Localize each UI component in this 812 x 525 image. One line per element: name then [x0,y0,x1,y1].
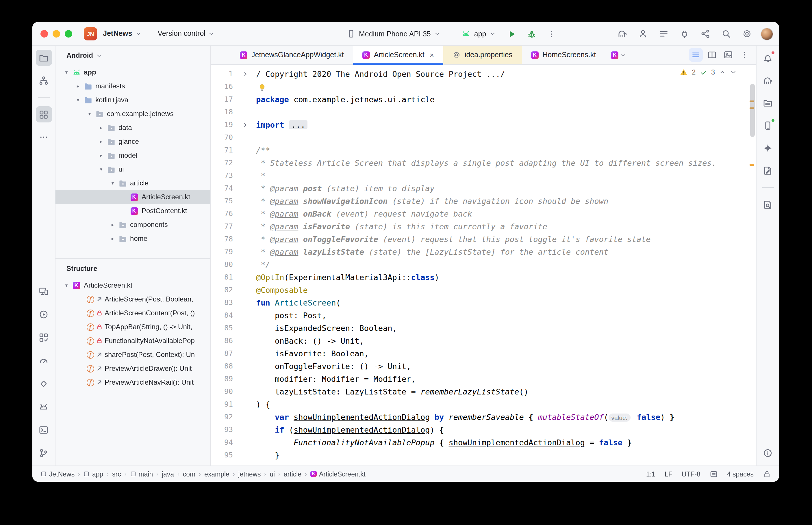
design-view-icon[interactable] [721,48,735,62]
chevron-down-icon[interactable]: ▾ [107,180,118,186]
indent-widget[interactable]: 4 spaces [727,470,754,477]
logcat-icon[interactable] [35,399,52,415]
tree-item-article[interactable]: ▾article [56,176,210,190]
minimize-window-button[interactable] [53,30,60,37]
hidden-tabs-dropdown[interactable]: K [605,46,632,64]
tree-item-postcontent-kt[interactable]: KPostContent.kt [56,204,210,218]
tree-item-model[interactable]: ▸model [56,148,210,162]
running-devices-icon[interactable] [760,117,776,133]
gemini-star-icon[interactable] [760,140,776,156]
close-window-button[interactable] [41,30,48,37]
tree-item-data[interactable]: ▸data [56,121,210,135]
plugins-icon[interactable] [677,27,691,41]
hierarchy-icon[interactable] [35,72,52,88]
tree-item-previewarticlenavrail-unit[interactable]: fPreviewArticleNavRail(): Unit [56,375,210,389]
tree-item-com-example-jetnews[interactable]: ▾com.example.jetnews [56,107,210,121]
device-selector[interactable]: Medium Phone API 35 [343,27,444,41]
tree-item-sharepost-post-context-un[interactable]: fsharePost(Post, Context): Un [56,348,210,362]
editor-scrollbar[interactable] [750,84,755,137]
breadcrumb-item[interactable]: main [130,470,153,477]
encoding-widget[interactable]: UTF-8 [682,470,700,477]
search-icon[interactable] [719,27,733,41]
tree-item-home[interactable]: ▸home [56,231,210,245]
editor[interactable]: 1161718197071727374757677787980818283848… [211,65,756,466]
error-stripe[interactable] [748,65,756,466]
lock-open-icon[interactable] [763,470,771,478]
zoom-window-button[interactable] [65,30,72,37]
tab-jetnewsglanceappwidget-kt[interactable]: KJetnewsGlanceAppWidget.kt [231,46,353,64]
tab-articlescreen-kt[interactable]: KArticleScreen.kt× [353,46,443,64]
breadcrumb-item[interactable]: KArticleScreen.kt [310,470,366,477]
chevron-right-icon[interactable]: ▸ [96,152,106,158]
tree-item-manifests[interactable]: ▸manifests [56,79,210,93]
inspections-widget[interactable]: 2 3 [676,67,741,77]
run-configuration-selector[interactable]: app [458,27,500,41]
project-panel-header[interactable]: Android [56,46,210,65]
insights-diamond-icon[interactable] [35,375,52,392]
breadcrumb-item[interactable]: src [112,470,121,477]
layout-check-icon[interactable] [35,329,52,345]
debug-button[interactable] [525,27,539,41]
task-list-icon[interactable] [656,27,670,41]
breadcrumb-item[interactable]: example [204,470,230,477]
breadcrumb-item[interactable]: com [183,470,195,477]
project-folder-icon[interactable] [35,50,52,66]
breadcrumb-item[interactable]: app [84,470,103,477]
tree-item-glance[interactable]: ▸glance [56,135,210,148]
user-avatar[interactable] [761,27,773,40]
more-vertical-icon[interactable] [737,48,751,62]
code-with-me-icon[interactable] [636,27,650,41]
next-issue-icon[interactable] [730,69,737,76]
version-control-icon[interactable] [35,445,52,461]
run-circle-icon[interactable] [35,306,52,322]
device-explorer-icon[interactable] [760,95,776,111]
gradle-icon[interactable] [760,72,776,88]
tree-item-components[interactable]: ▸components [56,218,210,231]
chevron-down-icon[interactable]: ▾ [61,282,72,288]
status-widget-icon[interactable] [710,470,718,478]
edit-document-icon[interactable] [760,162,776,178]
fold-marker-icon[interactable] [241,120,249,129]
chevron-right-icon[interactable]: ▸ [73,83,83,89]
gradle-sync-icon[interactable] [615,27,629,41]
more-run-actions-button[interactable] [545,27,559,41]
profiler-icon[interactable] [35,352,52,369]
notifications-bell-icon[interactable] [760,50,776,66]
chevron-down-icon[interactable]: ▾ [73,97,83,103]
previous-issue-icon[interactable] [719,69,726,76]
tree-item-articlescreen-post-boolean-[interactable]: fArticleScreen(Post, Boolean, [56,292,210,306]
split-view-icon[interactable] [705,48,719,62]
tree-item-topappbar-string-unit-[interactable]: fTopAppBar(String, () -> Unit, [56,320,210,334]
breadcrumb-item[interactable]: ui [270,470,275,477]
project-widget[interactable]: JetNews [103,29,141,38]
chevron-right-icon[interactable]: ▸ [107,222,118,228]
fold-marker-icon[interactable] [241,69,249,78]
breadcrumb-item[interactable]: article [284,470,301,477]
version-control-widget[interactable]: Version control [158,29,215,38]
tree-item-articlescreen-kt[interactable]: ▾KArticleScreen.kt [56,279,210,292]
chevron-right-icon[interactable]: ▸ [96,125,106,131]
tree-item-app[interactable]: ▾app [56,65,210,79]
device-manager-icon[interactable] [35,283,52,299]
close-tab-icon[interactable]: × [430,50,434,59]
chevron-down-icon[interactable]: ▾ [96,166,106,172]
run-button[interactable] [505,27,519,41]
settings-icon[interactable] [740,27,754,41]
chevron-down-icon[interactable]: ▾ [61,69,72,75]
caret-position-widget[interactable]: 1:1 [646,470,655,477]
breadcrumb-item[interactable]: JetNews [41,470,75,477]
tree-item-articlescreen-kt[interactable]: KArticleScreen.kt [56,190,210,204]
android-grid-icon[interactable] [35,106,52,122]
tree-item-kotlin-java[interactable]: ▾kotlin+java [56,93,210,107]
tree-item-articlescreencontent-post-[interactable]: fArticleScreenContent(Post, () [56,306,210,320]
tree-item-ui[interactable]: ▾ui [56,162,210,176]
warning-mark[interactable] [750,164,754,166]
breadcrumb-item[interactable]: java [162,470,174,477]
tab-homescreens-kt[interactable]: KHomeScreens.kt [521,46,605,64]
chevron-right-icon[interactable]: ▸ [96,139,106,145]
terminal-icon[interactable] [35,422,52,438]
share-icon[interactable] [698,27,712,41]
chevron-down-icon[interactable]: ▾ [84,111,95,117]
tree-item-functionalitynotavailablepop[interactable]: fFunctionalityNotAvailablePop [56,334,210,348]
line-separator-widget[interactable]: LF [665,470,673,477]
